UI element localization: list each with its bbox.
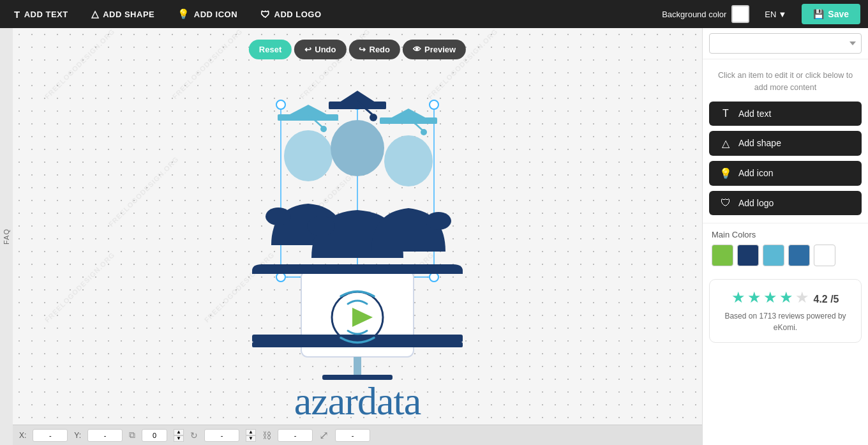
x-input[interactable] [33, 429, 68, 442]
svg-marker-17 [329, 91, 386, 109]
rotation-up-button[interactable]: ▲ [174, 429, 184, 435]
svg-rect-34 [354, 357, 361, 376]
panel-action-buttons: T Add text △ Add shape 💡 Add icon 🛡 Add … [703, 102, 868, 223]
stars-row: ★ ★ ★ ★ ★ 4.2 /5 [717, 289, 853, 310]
star-1: ★ [731, 289, 745, 306]
add-logo-button[interactable]: 🛡 ADD LOGO [254, 5, 328, 24]
panel-add-logo-button[interactable]: 🛡 Add logo [709, 191, 862, 215]
svg-point-28 [426, 212, 451, 230]
svg-point-20 [331, 120, 384, 176]
panel-add-shape-button[interactable]: △ Add shape [709, 131, 862, 156]
faq-strip[interactable]: FAQ [0, 28, 13, 445]
save-icon: 💾 [813, 9, 824, 19]
shield-icon: 🛡 [719, 197, 732, 209]
undo-icon: ↩ [304, 45, 311, 54]
canvas-toolbar: Reset ↩ Undo ↪ Redo 👁 Preview [249, 40, 466, 59]
color-swatch-light-blue[interactable] [763, 245, 784, 266]
shield-icon: 🛡 [260, 9, 271, 20]
eye-icon: 👁 [413, 45, 421, 54]
chevron-down-icon: ▼ [778, 10, 786, 19]
svg-point-13 [320, 126, 327, 132]
svg-point-14 [284, 130, 333, 181]
svg-point-7 [276, 273, 285, 282]
star-2: ★ [747, 289, 761, 306]
logo-container[interactable]: azardata [153, 66, 562, 424]
height-input[interactable] [278, 429, 313, 442]
star-3: ★ [763, 289, 777, 306]
background-color-swatch[interactable] [731, 5, 749, 23]
rotation-stepper[interactable]: ▲ ▼ [174, 429, 184, 442]
panel-add-text-button[interactable]: T Add text [709, 102, 862, 126]
add-shape-button[interactable]: △ ADD SHAPE [85, 4, 161, 24]
color-swatches [712, 245, 859, 266]
rotation-down-button[interactable]: ▼ [174, 435, 184, 442]
color-swatch-dark-blue[interactable] [737, 245, 759, 266]
status-bar: X: Y: ⧉ ▲ ▼ ↻ ▲ ▼ ⛓ ⤢ [13, 425, 702, 445]
shape-icon: △ [91, 8, 100, 20]
text-icon: T [14, 9, 20, 20]
svg-point-9 [430, 273, 438, 282]
right-panel: Click an item to edit it or click below … [702, 28, 868, 445]
canvas-area: FREELOGODESIGN.ORG FREELOGODESIGN.ORG FR… [13, 28, 702, 445]
background-color-section: Background color [662, 5, 749, 23]
panel-dropdown[interactable] [709, 33, 862, 54]
triangle-icon: △ [719, 137, 732, 149]
top-toolbar: T ADD TEXT △ ADD SHAPE 💡 ADD ICON 🛡 ADD … [0, 0, 868, 28]
rating-section: ★ ★ ★ ★ ★ 4.2 /5 Based on 1713 reviews p… [709, 279, 862, 343]
color-swatch-green[interactable] [712, 245, 733, 266]
y-input[interactable] [87, 429, 123, 442]
svg-point-26 [421, 129, 427, 135]
svg-point-21 [307, 216, 335, 236]
star-5: ★ [795, 289, 809, 306]
main-colors-section: Main Colors [703, 223, 868, 273]
bulb-icon: 💡 [177, 8, 190, 20]
resize-icon: ⤢ [319, 428, 329, 442]
add-text-button[interactable]: T ADD TEXT [8, 5, 75, 24]
svg-point-15 [266, 207, 291, 225]
bulb-icon: 💡 [719, 167, 732, 179]
svg-marker-24 [380, 109, 437, 124]
color-swatch-white[interactable] [814, 245, 835, 266]
refresh-icon[interactable]: ↻ [190, 430, 198, 441]
svg-rect-30 [252, 335, 463, 342]
hint-text: Click an item to edit it or click below … [703, 59, 868, 102]
language-button[interactable]: EN ▼ [760, 7, 791, 22]
width-input[interactable] [204, 429, 239, 442]
svg-point-6 [430, 100, 438, 109]
width-stepper[interactable]: ▲ ▼ [246, 429, 256, 442]
save-button[interactable]: 💾 Save [802, 4, 860, 24]
preview-button[interactable]: 👁 Preview [403, 40, 466, 59]
add-icon-button[interactable]: 💡 ADD ICON [171, 4, 244, 24]
width-up-button[interactable]: ▲ [246, 429, 256, 435]
text-icon: T [719, 108, 732, 119]
svg-point-19 [370, 114, 377, 121]
link-icon[interactable]: ⛓ [262, 430, 271, 441]
svg-point-27 [384, 135, 433, 186]
stars: ★ ★ ★ ★ ★ [731, 289, 809, 306]
panel-top [703, 28, 868, 59]
color-swatch-medium-blue[interactable] [788, 245, 810, 266]
panel-add-icon-button[interactable]: 💡 Add icon [709, 161, 862, 186]
main-layout: FAQ FREELOGODESIGN.ORG FREELOGODESIGN.OR… [0, 28, 868, 445]
star-4: ★ [779, 289, 793, 306]
width-down-button[interactable]: ▼ [246, 435, 256, 442]
undo-button[interactable]: ↩ Undo [294, 40, 346, 59]
rotation-input[interactable] [142, 429, 167, 442]
copy-icon[interactable]: ⧉ [129, 430, 135, 441]
svg-text:azardata: azardata [294, 379, 421, 423]
redo-button[interactable]: ↪ Redo [348, 40, 400, 59]
svg-point-4 [276, 100, 285, 109]
redo-icon: ↪ [359, 45, 366, 54]
depth-input[interactable] [335, 429, 370, 442]
reset-button[interactable]: Reset [249, 40, 292, 59]
